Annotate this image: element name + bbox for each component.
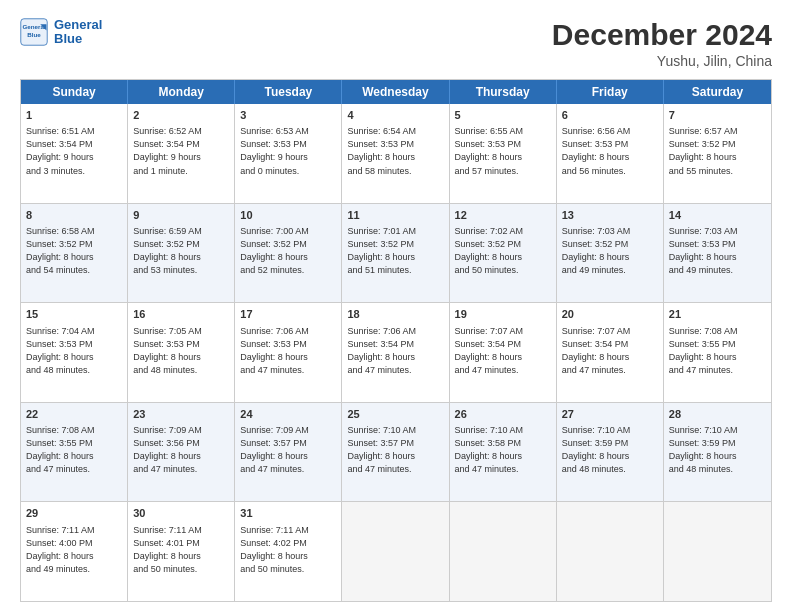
day-info: Sunrise: 7:08 AMSunset: 3:55 PMDaylight:…	[669, 325, 766, 377]
day-cell: 15Sunrise: 7:04 AMSunset: 3:53 PMDayligh…	[21, 303, 128, 402]
day-cell: 14Sunrise: 7:03 AMSunset: 3:53 PMDayligh…	[664, 204, 771, 303]
header-sunday: Sunday	[21, 80, 128, 104]
day-cell: 28Sunrise: 7:10 AMSunset: 3:59 PMDayligh…	[664, 403, 771, 502]
day-number: 29	[26, 506, 122, 521]
header-wednesday: Wednesday	[342, 80, 449, 104]
week-5: 29Sunrise: 7:11 AMSunset: 4:00 PMDayligh…	[21, 502, 771, 601]
day-info: Sunrise: 7:06 AMSunset: 3:54 PMDaylight:…	[347, 325, 443, 377]
week-1: 1Sunrise: 6:51 AMSunset: 3:54 PMDaylight…	[21, 104, 771, 204]
day-cell: 9Sunrise: 6:59 AMSunset: 3:52 PMDaylight…	[128, 204, 235, 303]
day-number: 15	[26, 307, 122, 322]
day-cell: 30Sunrise: 7:11 AMSunset: 4:01 PMDayligh…	[128, 502, 235, 601]
day-cell	[450, 502, 557, 601]
day-number: 24	[240, 407, 336, 422]
logo: General Blue General Blue	[20, 18, 102, 47]
day-info: Sunrise: 6:54 AMSunset: 3:53 PMDaylight:…	[347, 125, 443, 177]
day-cell: 23Sunrise: 7:09 AMSunset: 3:56 PMDayligh…	[128, 403, 235, 502]
day-info: Sunrise: 7:00 AMSunset: 3:52 PMDaylight:…	[240, 225, 336, 277]
day-info: Sunrise: 6:51 AMSunset: 3:54 PMDaylight:…	[26, 125, 122, 177]
day-cell: 20Sunrise: 7:07 AMSunset: 3:54 PMDayligh…	[557, 303, 664, 402]
day-cell: 8Sunrise: 6:58 AMSunset: 3:52 PMDaylight…	[21, 204, 128, 303]
day-info: Sunrise: 6:55 AMSunset: 3:53 PMDaylight:…	[455, 125, 551, 177]
day-cell: 24Sunrise: 7:09 AMSunset: 3:57 PMDayligh…	[235, 403, 342, 502]
day-number: 19	[455, 307, 551, 322]
week-2: 8Sunrise: 6:58 AMSunset: 3:52 PMDaylight…	[21, 204, 771, 304]
day-number: 14	[669, 208, 766, 223]
day-info: Sunrise: 7:07 AMSunset: 3:54 PMDaylight:…	[455, 325, 551, 377]
day-info: Sunrise: 7:11 AMSunset: 4:02 PMDaylight:…	[240, 524, 336, 576]
day-cell: 4Sunrise: 6:54 AMSunset: 3:53 PMDaylight…	[342, 104, 449, 203]
day-number: 28	[669, 407, 766, 422]
day-number: 30	[133, 506, 229, 521]
day-info: Sunrise: 7:06 AMSunset: 3:53 PMDaylight:…	[240, 325, 336, 377]
day-info: Sunrise: 7:02 AMSunset: 3:52 PMDaylight:…	[455, 225, 551, 277]
day-cell: 27Sunrise: 7:10 AMSunset: 3:59 PMDayligh…	[557, 403, 664, 502]
day-number: 25	[347, 407, 443, 422]
day-info: Sunrise: 7:10 AMSunset: 3:59 PMDaylight:…	[562, 424, 658, 476]
day-info: Sunrise: 7:09 AMSunset: 3:56 PMDaylight:…	[133, 424, 229, 476]
day-info: Sunrise: 7:10 AMSunset: 3:57 PMDaylight:…	[347, 424, 443, 476]
day-cell: 31Sunrise: 7:11 AMSunset: 4:02 PMDayligh…	[235, 502, 342, 601]
calendar-header: Sunday Monday Tuesday Wednesday Thursday…	[21, 80, 771, 104]
svg-text:General: General	[22, 23, 45, 30]
day-number: 6	[562, 108, 658, 123]
day-info: Sunrise: 7:03 AMSunset: 3:52 PMDaylight:…	[562, 225, 658, 277]
header: General Blue General Blue December 2024 …	[20, 18, 772, 69]
page-subtitle: Yushu, Jilin, China	[552, 53, 772, 69]
day-cell: 22Sunrise: 7:08 AMSunset: 3:55 PMDayligh…	[21, 403, 128, 502]
day-number: 7	[669, 108, 766, 123]
logo-icon: General Blue	[20, 18, 48, 46]
header-tuesday: Tuesday	[235, 80, 342, 104]
day-info: Sunrise: 7:09 AMSunset: 3:57 PMDaylight:…	[240, 424, 336, 476]
day-number: 23	[133, 407, 229, 422]
day-cell: 18Sunrise: 7:06 AMSunset: 3:54 PMDayligh…	[342, 303, 449, 402]
day-number: 9	[133, 208, 229, 223]
day-info: Sunrise: 7:05 AMSunset: 3:53 PMDaylight:…	[133, 325, 229, 377]
day-info: Sunrise: 7:08 AMSunset: 3:55 PMDaylight:…	[26, 424, 122, 476]
day-number: 17	[240, 307, 336, 322]
title-block: December 2024 Yushu, Jilin, China	[552, 18, 772, 69]
day-number: 31	[240, 506, 336, 521]
day-cell: 11Sunrise: 7:01 AMSunset: 3:52 PMDayligh…	[342, 204, 449, 303]
day-cell: 17Sunrise: 7:06 AMSunset: 3:53 PMDayligh…	[235, 303, 342, 402]
day-number: 11	[347, 208, 443, 223]
day-cell: 10Sunrise: 7:00 AMSunset: 3:52 PMDayligh…	[235, 204, 342, 303]
day-number: 2	[133, 108, 229, 123]
header-friday: Friday	[557, 80, 664, 104]
day-info: Sunrise: 7:10 AMSunset: 3:59 PMDaylight:…	[669, 424, 766, 476]
day-info: Sunrise: 6:59 AMSunset: 3:52 PMDaylight:…	[133, 225, 229, 277]
day-cell: 19Sunrise: 7:07 AMSunset: 3:54 PMDayligh…	[450, 303, 557, 402]
day-cell: 26Sunrise: 7:10 AMSunset: 3:58 PMDayligh…	[450, 403, 557, 502]
day-cell: 21Sunrise: 7:08 AMSunset: 3:55 PMDayligh…	[664, 303, 771, 402]
day-number: 20	[562, 307, 658, 322]
day-cell: 1Sunrise: 6:51 AMSunset: 3:54 PMDaylight…	[21, 104, 128, 203]
day-number: 13	[562, 208, 658, 223]
day-cell: 13Sunrise: 7:03 AMSunset: 3:52 PMDayligh…	[557, 204, 664, 303]
header-saturday: Saturday	[664, 80, 771, 104]
day-cell: 5Sunrise: 6:55 AMSunset: 3:53 PMDaylight…	[450, 104, 557, 203]
day-number: 12	[455, 208, 551, 223]
day-info: Sunrise: 6:57 AMSunset: 3:52 PMDaylight:…	[669, 125, 766, 177]
page: General Blue General Blue December 2024 …	[0, 0, 792, 612]
day-info: Sunrise: 6:58 AMSunset: 3:52 PMDaylight:…	[26, 225, 122, 277]
day-number: 21	[669, 307, 766, 322]
header-monday: Monday	[128, 80, 235, 104]
day-info: Sunrise: 6:52 AMSunset: 3:54 PMDaylight:…	[133, 125, 229, 177]
day-number: 27	[562, 407, 658, 422]
day-number: 16	[133, 307, 229, 322]
day-info: Sunrise: 7:04 AMSunset: 3:53 PMDaylight:…	[26, 325, 122, 377]
day-cell: 16Sunrise: 7:05 AMSunset: 3:53 PMDayligh…	[128, 303, 235, 402]
day-cell	[342, 502, 449, 601]
day-cell: 2Sunrise: 6:52 AMSunset: 3:54 PMDaylight…	[128, 104, 235, 203]
day-number: 26	[455, 407, 551, 422]
day-info: Sunrise: 7:11 AMSunset: 4:01 PMDaylight:…	[133, 524, 229, 576]
week-3: 15Sunrise: 7:04 AMSunset: 3:53 PMDayligh…	[21, 303, 771, 403]
day-number: 10	[240, 208, 336, 223]
day-info: Sunrise: 7:01 AMSunset: 3:52 PMDaylight:…	[347, 225, 443, 277]
day-cell: 7Sunrise: 6:57 AMSunset: 3:52 PMDaylight…	[664, 104, 771, 203]
week-4: 22Sunrise: 7:08 AMSunset: 3:55 PMDayligh…	[21, 403, 771, 503]
day-number: 4	[347, 108, 443, 123]
day-number: 5	[455, 108, 551, 123]
calendar-body: 1Sunrise: 6:51 AMSunset: 3:54 PMDaylight…	[21, 104, 771, 601]
svg-text:Blue: Blue	[27, 31, 41, 38]
